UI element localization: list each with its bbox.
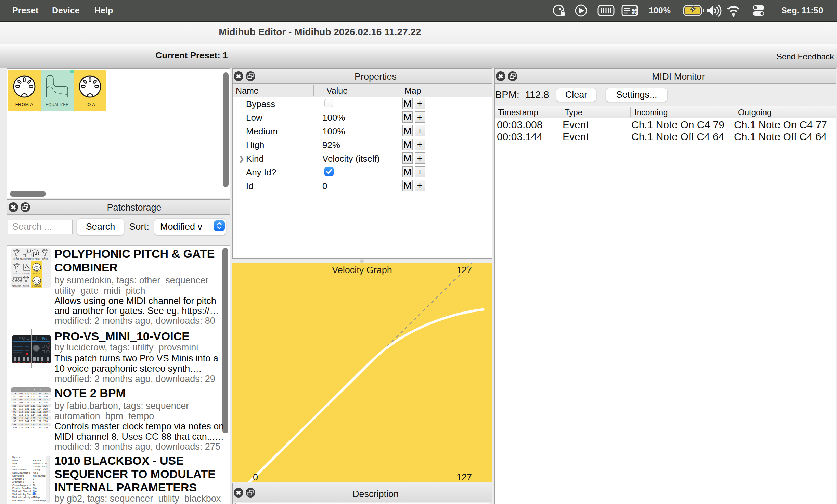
- svg-text:N/A: N/A: [33, 487, 37, 489]
- svg-text:0: 0: [15, 388, 17, 391]
- svg-text:116: 116: [19, 413, 23, 416]
- svg-text:Note On & Off: Note On & Off: [33, 462, 47, 465]
- svg-text:124: 124: [19, 426, 23, 429]
- svg-text:Bypass: Bypass: [12, 456, 20, 459]
- svg-text:166: 166: [31, 416, 35, 420]
- svg-text:5: 5: [46, 388, 48, 391]
- svg-text:170: 170: [31, 423, 35, 426]
- svg-text:94: 94: [13, 416, 16, 420]
- svg-text:1: 1: [21, 388, 23, 391]
- svg-text:216: 216: [43, 420, 48, 423]
- svg-text:Argument 2: Argument 2: [12, 481, 24, 483]
- svg-text:Set CC Number to: Set CC Number to: [12, 472, 30, 474]
- svg-text:142: 142: [25, 416, 29, 420]
- svg-text:Ch.Arg: Ch.Arg: [33, 468, 40, 471]
- svg-text:16: 16: [33, 484, 36, 486]
- svg-text:168: 168: [31, 420, 35, 423]
- svg-text:122: 122: [19, 423, 23, 426]
- svg-text:98: 98: [13, 423, 16, 426]
- svg-text:178: 178: [37, 398, 41, 401]
- svg-text:176: 176: [37, 395, 41, 398]
- svg-text:190: 190: [37, 416, 41, 420]
- svg-text:146: 146: [25, 423, 29, 426]
- svg-text:198: 198: [43, 392, 48, 395]
- svg-text:218: 218: [43, 423, 48, 426]
- svg-text:0: 0: [33, 478, 34, 480]
- svg-text:150: 150: [31, 392, 35, 395]
- svg-text:108: 108: [19, 401, 23, 404]
- svg-text:128: 128: [25, 395, 29, 398]
- svg-text:118: 118: [19, 416, 23, 420]
- svg-text:What: What: [12, 462, 17, 465]
- svg-text:106: 106: [19, 398, 23, 401]
- svg-text:104: 104: [19, 395, 23, 398]
- svg-text:MERGER: MERGER: [33, 273, 40, 275]
- svg-text:210: 210: [43, 410, 48, 413]
- svg-text:REPEATER: REPEATER: [12, 285, 21, 287]
- svg-text:162: 162: [31, 410, 35, 413]
- svg-text:184: 184: [37, 407, 41, 410]
- svg-text:174: 174: [37, 392, 41, 395]
- svg-text:212: 212: [43, 413, 48, 416]
- svg-text:126: 126: [25, 392, 29, 395]
- svg-text:214: 214: [43, 416, 48, 420]
- svg-text:84: 84: [13, 401, 16, 404]
- svg-text:130: 130: [25, 398, 29, 401]
- svg-text:114: 114: [19, 410, 23, 413]
- svg-text:120: 120: [19, 420, 23, 423]
- svg-text:158: 158: [31, 404, 35, 407]
- svg-text:154: 154: [31, 398, 35, 401]
- svg-text:182: 182: [37, 404, 41, 407]
- svg-text:Into: Into: [12, 465, 16, 468]
- svg-text:136: 136: [25, 407, 29, 410]
- svg-text:156: 156: [31, 401, 35, 404]
- svg-text:206: 206: [43, 404, 48, 407]
- svg-text:140: 140: [25, 413, 29, 416]
- svg-text:0: 0: [33, 481, 34, 483]
- svg-text:110: 110: [19, 404, 23, 407]
- svg-text:132: 132: [25, 401, 29, 404]
- svg-text:SUSTAIN: SUSTAIN: [22, 273, 30, 275]
- svg-text:Mode: Mode: [12, 459, 18, 462]
- svg-text:Argument 1: Argument 1: [12, 478, 24, 480]
- svg-text:⌘: ⌘: [631, 8, 638, 15]
- svg-text:Arg 1: Arg 1: [33, 472, 38, 474]
- svg-text:92: 92: [13, 413, 16, 416]
- svg-text:Set Channel to: Set Channel to: [12, 468, 27, 471]
- svg-text:186: 186: [37, 410, 41, 413]
- svg-text:192: 192: [37, 420, 41, 423]
- svg-text:188: 188: [37, 413, 41, 416]
- svg-text:78: 78: [13, 392, 16, 395]
- svg-text:Note Number: Note Number: [33, 475, 46, 477]
- svg-text:FILTER: FILTER: [14, 258, 20, 260]
- svg-text:200: 200: [43, 395, 48, 398]
- svg-text:90: 90: [13, 410, 16, 413]
- svg-text:Replace: Replace: [33, 459, 41, 462]
- svg-text:TRANSFORM: TRANSFORM: [20, 258, 31, 260]
- svg-text:196: 196: [37, 426, 41, 429]
- svg-text:138: 138: [25, 410, 29, 413]
- svg-text:Prioritize Real-Time: Prioritize Real-Time: [12, 487, 32, 489]
- svg-text:112: 112: [19, 407, 23, 410]
- svg-text:172: 172: [31, 426, 35, 429]
- svg-text:Set Value to: Set Value to: [12, 475, 24, 477]
- svg-text:4: 4: [40, 388, 41, 391]
- svg-text:96: 96: [13, 420, 16, 423]
- svg-text:180: 180: [37, 401, 41, 404]
- svg-text:80: 80: [13, 395, 16, 398]
- svg-text:86: 86: [13, 404, 16, 407]
- svg-text:Channel Argument: Channel Argument: [12, 484, 31, 487]
- svg-text:Control Change: Control Change: [33, 465, 49, 468]
- svg-text:FILTER: FILTER: [23, 285, 29, 287]
- svg-text:82: 82: [13, 398, 16, 401]
- svg-text:Inside Range: Inside Range: [33, 499, 46, 502]
- svg-text:134: 134: [25, 404, 29, 407]
- svg-text:FILTER: FILTER: [14, 273, 20, 275]
- svg-text:SYNC DELAY: SYNC DELAY: [29, 258, 40, 260]
- svg-text:194: 194: [37, 423, 41, 426]
- svg-text:144: 144: [25, 420, 29, 423]
- svg-text:Use Velocity: Use Velocity: [12, 499, 25, 502]
- svg-text:100: 100: [13, 426, 17, 429]
- svg-text:208: 208: [43, 407, 48, 410]
- svg-text:Pro: Pro: [42, 337, 48, 340]
